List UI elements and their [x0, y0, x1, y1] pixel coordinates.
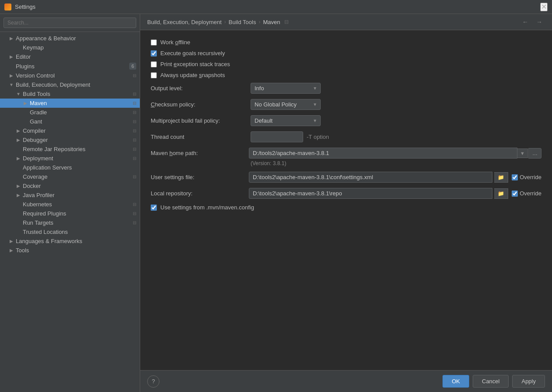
cancel-button[interactable]: Cancel	[473, 375, 509, 388]
sidebar-item-trusted-locations[interactable]: Trusted Locations	[0, 227, 140, 237]
arrow-icon: ▶	[16, 138, 21, 142]
sidebar-item-kubernetes[interactable]: Kubernetes ⊟	[0, 200, 140, 209]
user-settings-browse-button[interactable]: 📁	[494, 172, 508, 183]
sidebar-item-label: Build, Execution, Deployment	[16, 81, 90, 88]
app-icon	[4, 4, 11, 11]
sidebar-item-build-tools[interactable]: ▼ Build Tools ⊟	[0, 89, 140, 99]
arrow-icon: ▶	[9, 248, 14, 253]
local-repo-override-checkbox[interactable]	[512, 191, 518, 197]
always-update-row: Always update snapshots	[151, 72, 541, 78]
sidebar-item-remote-jar[interactable]: Remote Jar Repositories ⊟	[0, 145, 140, 154]
print-exception-label: Print exception stack traces	[160, 61, 230, 67]
sidebar-item-label: Gant	[30, 118, 42, 125]
maven-home-dropdown-button[interactable]: ▼	[517, 148, 528, 158]
breadcrumb-maven: Maven	[263, 19, 280, 25]
breadcrumb-actions: ← →	[520, 18, 545, 26]
use-settings-label: Use settings from .mvn/maven.config	[160, 204, 254, 211]
ext-icon: ⊟	[133, 110, 136, 115]
maven-home-input[interactable]	[249, 148, 517, 159]
breadcrumb-forward-button[interactable]: →	[534, 18, 545, 26]
always-update-label: Always update snapshots	[160, 72, 225, 78]
breadcrumb-back-button[interactable]: ←	[520, 18, 531, 26]
breadcrumb-sep-2: ›	[258, 19, 260, 25]
sidebar-item-version-control[interactable]: ▶ Version Control ⊟	[0, 71, 140, 80]
help-button[interactable]: ?	[147, 375, 159, 388]
sidebar-item-label: Compiler	[23, 127, 46, 134]
work-offline-label: Work offline	[160, 39, 190, 46]
checksum-policy-select[interactable]: No Global Policy Warn Fail Ignore	[251, 99, 321, 110]
sidebar-item-java-profiler[interactable]: ▶ Java Profiler	[0, 191, 140, 200]
sidebar-item-maven[interactable]: ▶ Maven ⊟	[0, 99, 140, 108]
thread-count-input[interactable]	[251, 131, 303, 142]
maven-home-label: Maven home path:	[151, 150, 247, 156]
always-update-checkbox[interactable]	[151, 72, 157, 78]
sidebar-item-label: Plugins	[16, 63, 35, 70]
breadcrumb-icon: ⊟	[284, 19, 289, 25]
maven-home-browse-button[interactable]: …	[528, 148, 541, 159]
sidebar-item-deployment[interactable]: ▶ Deployment ⊟	[0, 154, 140, 163]
sidebar-item-required-plugins[interactable]: Required Plugins ⊟	[0, 209, 140, 218]
output-level-select-wrapper: Quiet Info Debug ▼	[251, 83, 321, 94]
ext-icon: ⊟	[133, 211, 136, 216]
arrow-icon: ▼	[16, 92, 21, 96]
arrow-icon: ▶	[9, 54, 14, 59]
multiproject-select[interactable]: Default Fail Fast Fail At End Never Fail	[251, 115, 321, 126]
sidebar-item-label: Trusted Locations	[23, 229, 68, 235]
window-title: Settings	[15, 4, 35, 10]
sidebar-item-docker[interactable]: ▶ Docker	[0, 181, 140, 191]
sidebar-item-label: Maven	[30, 100, 47, 106]
use-settings-row: Use settings from .mvn/maven.config	[151, 204, 541, 211]
thread-count-row: Thread count -T option	[151, 131, 541, 142]
sidebar-item-gant[interactable]: Gant ⊟	[0, 117, 140, 126]
plugins-badge: 6	[129, 63, 136, 70]
user-settings-override-wrapper: Override	[512, 174, 541, 180]
arrow-icon: ▶	[16, 184, 21, 188]
local-repo-input[interactable]	[249, 188, 492, 199]
sidebar-item-keymap[interactable]: Keymap	[0, 43, 140, 52]
sidebar-item-compiler[interactable]: ▶ Compiler ⊟	[0, 126, 140, 135]
local-repo-browse-button[interactable]: 📁	[494, 188, 508, 199]
local-repo-label: Local repository:	[151, 190, 247, 197]
sidebar-item-label: Application Servers	[23, 164, 72, 171]
multiproject-label: Multiproject build fail policy:	[151, 117, 247, 124]
sidebar-item-tools[interactable]: ▶ Tools	[0, 246, 140, 255]
sidebar-item-label: Languages & Frameworks	[16, 238, 82, 244]
search-input[interactable]	[4, 18, 136, 28]
sidebar-item-appearance[interactable]: ▶ Appearance & Behavior	[0, 34, 140, 43]
sidebar-item-languages[interactable]: ▶ Languages & Frameworks	[0, 237, 140, 246]
user-settings-override-checkbox[interactable]	[512, 174, 518, 180]
apply-button[interactable]: Apply	[512, 375, 545, 388]
output-level-label: Output level:	[151, 85, 247, 92]
sidebar-item-editor[interactable]: ▶ Editor	[0, 52, 140, 61]
sidebar-item-label: Appearance & Behavior	[16, 35, 76, 42]
close-button[interactable]: ✕	[540, 3, 548, 11]
arrow-icon: ▼	[9, 82, 14, 87]
sidebar-item-debugger[interactable]: ▶ Debugger ⊟	[0, 135, 140, 145]
sidebar-item-app-servers[interactable]: Application Servers	[0, 163, 140, 172]
sidebar-item-label: Kubernetes	[23, 201, 52, 208]
output-level-select[interactable]: Quiet Info Debug	[251, 83, 321, 94]
breadcrumb-sep-1: ›	[224, 19, 226, 25]
work-offline-checkbox[interactable]	[151, 39, 157, 46]
ext-icon: ⊟	[133, 73, 136, 78]
maven-home-combo: ▼ …	[249, 148, 541, 159]
user-settings-row: User settings file: 📁 Override	[151, 172, 541, 183]
sidebar-item-plugins[interactable]: Plugins 6	[0, 61, 140, 71]
maven-home-row: Maven home path: ▼ …	[151, 148, 541, 159]
sidebar-item-gradle[interactable]: Gradle ⊟	[0, 108, 140, 117]
sidebar-item-label: Debugger	[23, 137, 48, 143]
ok-button[interactable]: OK	[442, 375, 469, 388]
user-settings-input[interactable]	[249, 172, 492, 183]
main-container: ▶ Appearance & Behavior Keymap ▶ Editor …	[0, 14, 552, 392]
sidebar-item-coverage[interactable]: Coverage ⊟	[0, 172, 140, 181]
print-exception-checkbox[interactable]	[151, 61, 157, 67]
bottom-bar: ? OK Cancel Apply	[140, 370, 552, 392]
sidebar-item-run-targets[interactable]: Run Targets ⊟	[0, 218, 140, 227]
sidebar-item-label: Version Control	[16, 72, 55, 79]
use-settings-checkbox[interactable]	[151, 205, 157, 211]
execute-goals-checkbox[interactable]	[151, 50, 157, 57]
execute-goals-label: Execute goals recursively	[160, 50, 225, 57]
ext-icon: ⊟	[133, 138, 136, 142]
sidebar-item-build-exec[interactable]: ▼ Build, Execution, Deployment	[0, 80, 140, 89]
arrow-icon: ▶	[16, 193, 21, 198]
